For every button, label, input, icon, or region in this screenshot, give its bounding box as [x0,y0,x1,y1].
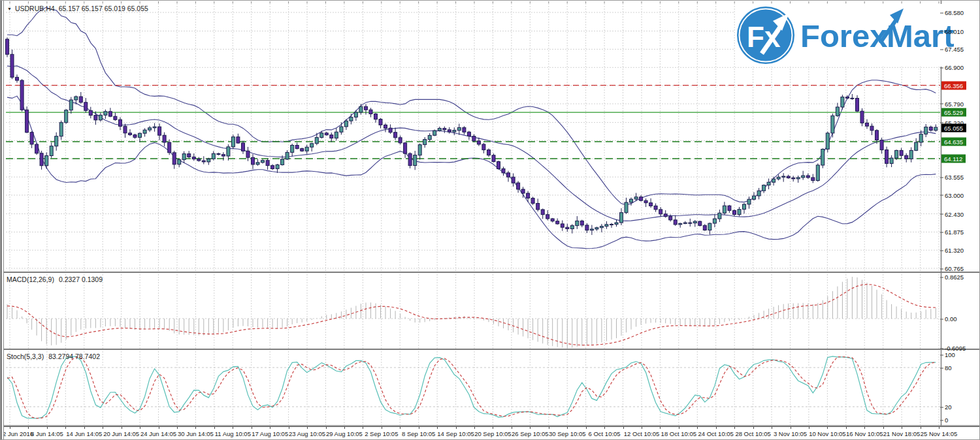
stoch-d-line [7,357,936,418]
time-axis-tick [419,427,419,429]
time-axis-tick [47,427,48,429]
time-axis-tick [604,427,605,429]
time-axis-label: 28 Oct 10:05 [735,430,770,437]
time-axis-tick [921,427,921,429]
grid-layer [6,274,940,349]
time-axis-label: 23 Aug 10:05 [289,430,325,437]
macd-histogram [7,277,936,348]
macd-indicator-panel[interactable]: MACD(12,26,9) 0.2327 0.1309 [1,273,980,350]
grid-layer [6,351,940,425]
main-chart-panel[interactable]: ▼ USDRUB,H4 65.157 65.157 65.019 65.055 … [1,1,980,273]
time-axis-label: 8 Jun 14:05 [31,430,63,437]
macd-values: 0.2327 0.1309 [59,275,103,283]
time-axis-tick [512,427,512,429]
time-axis-tick [252,427,252,429]
forexmart-logo: Fx Forex Mart [735,4,958,67]
time-axis-tick [28,427,29,429]
candles-layer [6,37,938,235]
window-left-frame [1,1,4,439]
time-axis-label: 16 Nov 10:05 [846,430,883,437]
time-axis-tick [10,427,10,429]
level-lines[interactable] [6,86,940,159]
time-axis-label: 11 Aug 10:05 [215,430,251,437]
time-axis-tick [159,427,159,429]
time-axis-label: 14 Sep 10:05 [437,430,474,437]
time-axis-label: 21 Nov 18:05 [883,430,921,437]
time-axis-label: 30 Jun 14:05 [178,430,214,437]
time-axis-label: 17 Aug 10:05 [252,430,288,437]
time-axis-tick [734,427,735,429]
time-axis-label: 24 Jun 14:05 [140,430,176,437]
chart-title: ▼ USDRUB,H4 65.157 65.157 65.019 65.055 [7,5,148,12]
stochastic-chart[interactable] [1,350,980,426]
time-axis-tick [400,427,400,429]
time-axis-tick [902,427,902,429]
time-axis-tick [530,427,531,429]
time-axis-tick [140,427,140,429]
time-axis-tick [233,427,233,429]
time-axis-tick [846,427,847,429]
time-axis-tick [363,427,363,429]
time-axis-tick [289,427,289,429]
time-axis-tick [809,427,809,429]
time-axis-label: 12 Oct 10:05 [624,430,659,437]
time-axis-tick [84,427,85,429]
time-axis-label: 24 Oct 10:05 [698,430,733,437]
time-axis-tick [642,427,642,429]
time-axis-label: 10 Nov 10:05 [809,430,846,437]
time-axis-label: 2 Sep 10:05 [365,430,398,437]
time-axis-tick [493,427,493,429]
time-axis-label: 20 Jun 14:05 [103,430,139,437]
time-axis-label: 3 Nov 10:05 [774,430,807,437]
macd-chart[interactable] [1,273,980,350]
time-axis-tick [344,427,345,429]
time-axis-label: 8 Sep 10:05 [402,430,435,437]
symbol-dropdown-icon[interactable]: ▼ [7,7,12,11]
time-axis-label: 29 Aug 10:05 [326,430,363,437]
time-axis-tick [456,427,457,429]
stoch-name: Stoch [7,353,24,360]
time-axis-tick [214,427,215,429]
time-axis-tick [864,427,865,429]
time-axis-tick [122,427,122,429]
time-axis-tick [326,427,327,429]
time-axis-tick [827,427,828,429]
time-axis-tick [679,427,679,429]
time-axis-label: 2 Jun 2016 [3,430,33,437]
time-axis-label: 14 Jun 14:05 [66,430,102,437]
time-axis-tick [474,427,475,429]
time-axis-label: 26 Sep 10:05 [512,430,549,437]
time-axis-tick [177,427,178,429]
time-axis-tick [791,427,791,429]
time-axis-tick [382,427,382,429]
macd-title: MACD(12,26,9) 0.2327 0.1309 [7,275,105,283]
time-axis-tick [567,427,568,429]
time-axis-label: 18 Oct 10:05 [661,430,696,437]
time-axis-label: 20 Sep 10:05 [474,430,512,437]
time-axis-tick [65,427,66,429]
stoch-title: Stoch(5,3,3) 83.2794 78.7402 [7,353,103,360]
stochastic-indicator-panel[interactable]: Stoch(5,3,3) 83.2794 78.7402 [1,350,980,426]
time-axis-tick [623,427,624,429]
terminal-chart-window: ▼ USDRUB,H4 65.157 65.157 65.019 65.055 … [0,0,980,440]
time-axis-tick [716,427,717,429]
stoch-values: 83.2794 78.7402 [48,353,100,360]
macd-name: MACD [7,275,27,283]
time-axis-label: 6 Oct 10:05 [589,430,621,437]
logo-wordmark: Forex Mart [800,8,954,54]
ohlc-values: 65.157 65.157 65.019 65.055 [59,5,148,12]
time-axis-tick [586,427,587,429]
logo-text-forex: Forex [800,18,887,54]
time-axis-tick [549,427,549,429]
time-axis-tick [103,427,103,429]
time-axis-tick [307,427,308,429]
macd-signal-line [7,285,936,345]
time-axis[interactable]: 2 Jun 20168 Jun 14:0514 Jun 14:0520 Jun … [1,426,980,440]
time-axis-tick [753,427,754,429]
time-axis-tick [195,427,196,429]
time-axis-tick [660,427,661,429]
time-axis-label: 25 Nov 14:05 [921,430,958,437]
time-axis-tick [939,427,939,429]
macd-params: (12,26,9) [27,275,54,283]
symbol-timeframe-label: USDRUB,H4 [15,5,55,12]
